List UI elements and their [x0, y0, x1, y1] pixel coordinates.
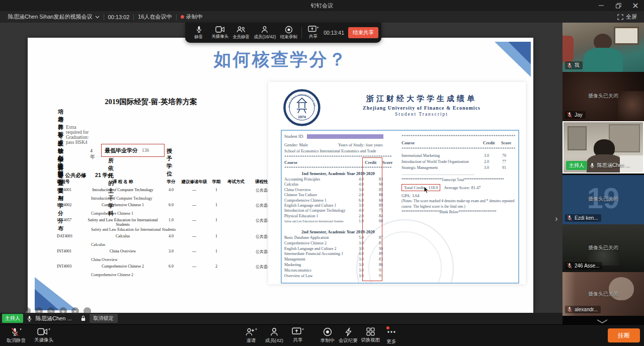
transcript-document: ZHEJIANG UNIVERSITY OF FINANCE & ECONOMI…: [268, 82, 526, 284]
course-row: International Marketing3.070: [401, 153, 515, 159]
col-score: Score: [501, 140, 511, 145]
table-row: INT4003 Comprehensive Chinese 2 6.0 — 2 …: [57, 264, 282, 277]
mute-button[interactable]: 静音: [188, 25, 209, 40]
wall-frame: [614, 27, 639, 45]
participant-name: Jay: [575, 112, 583, 118]
participant-body: [584, 48, 623, 72]
participant-tile[interactable]: 19 摄像头已关闭 Ezdi ken...: [562, 175, 644, 224]
university-seal-logo: ZHEJIANG UNIVERSITY OF FINANCE & ECONOMI…: [283, 89, 320, 126]
years-of-study: Years of Study: four years: [338, 142, 383, 147]
fullscreen-button[interactable]: 全屏: [617, 13, 637, 21]
transcript-body: Student ID: Gender: Male Years of Study:…: [281, 130, 519, 284]
mic-muted-icon: [567, 112, 573, 118]
table-row: INT4002 Comprehensive Chinese 1 6.0 — 1 …: [57, 203, 282, 216]
camera-icon: [37, 327, 48, 336]
mute-all-button[interactable]: 全员静音: [230, 26, 252, 40]
mic-muted-icon: [11, 327, 19, 336]
people-icon: [236, 26, 246, 34]
chevron-down-icon: ▾: [48, 327, 50, 331]
fullscreen-icon: [617, 14, 623, 20]
flash-notes-icon: [344, 327, 352, 336]
separator-dashes: ----------------------------------------…: [401, 172, 515, 177]
col-credit: Credit: [483, 140, 495, 145]
hangup-button[interactable]: 挂断: [608, 328, 640, 342]
lock-icon: [80, 315, 87, 322]
record-icon: [323, 327, 332, 336]
presenter-name: 陈思涵Chen ...: [36, 315, 72, 322]
divider: [176, 14, 177, 20]
chevron-down-icon: [596, 319, 609, 324]
participant-name: 陈思涵Chen ...: [597, 162, 630, 169]
transcript-en-subtitle: Student Transcript: [325, 112, 519, 117]
participant-tile-host[interactable]: 主持人 陈思涵Chen ...: [562, 121, 644, 174]
maximize-button[interactable]: [610, 0, 627, 11]
members-button[interactable]: 成员(16/42): [252, 26, 278, 40]
chevron-down-icon: ▾: [302, 327, 304, 331]
camera-off-button[interactable]: 关摄像头: [209, 26, 230, 40]
mic-muted-icon: [567, 215, 573, 221]
gender: Gender: Male: [284, 142, 308, 147]
blank-below-line: *********************Blank Below********…: [401, 210, 515, 214]
cancel-lock-button[interactable]: 取消锁定: [90, 314, 118, 323]
participant-tile[interactable]: 摄像头已关闭 Jay: [562, 72, 644, 121]
stop-share-button[interactable]: 结束共享: [348, 27, 378, 38]
participant-tile[interactable]: 摄像头已关闭 alexandr...: [562, 272, 644, 316]
sidebar-collapse-arrow[interactable]: ›: [555, 214, 558, 224]
total-credits-highlight: Total Credits: 118.0: [401, 184, 440, 191]
svg-text:1974: 1974: [298, 115, 306, 119]
participant-count: 16人在会议中: [138, 13, 172, 21]
stop-record-button[interactable]: 结束录制: [278, 26, 299, 40]
transcript-cn-title: 浙江财经大学学生成绩单: [325, 94, 519, 104]
member-icon: [270, 327, 279, 336]
host-badge: 主持人: [2, 314, 23, 323]
average-score: Average Score: 81.47: [444, 185, 480, 190]
min-credit-highlight-box: 最低毕业学分 136: [101, 144, 165, 157]
decor: [562, 36, 574, 62]
window-title: 钉钉会议: [0, 2, 644, 10]
col-course: Course: [284, 160, 297, 165]
minimize-button[interactable]: [593, 0, 610, 11]
share-screen-icon: [292, 327, 301, 336]
chevron-down-icon: ▾: [317, 26, 319, 30]
plan-schedule-value: 4 年: [90, 148, 95, 160]
share-button[interactable]: ▾ 共享: [282, 327, 314, 343]
table-row: INT4001 China Overview 3.0 — 1 公共选修 Chin…: [57, 249, 282, 262]
transcript-en-title: Zhejiang University of Finance & Economi…: [325, 105, 519, 111]
bottom-toolbar: ▾ 取消静音 ▾ 关摄像头 ▾ 邀请 成员(42) ▾: [0, 324, 644, 346]
min-credit-label: 最低毕业学分: [105, 147, 138, 154]
table-row: INF4001 Introduction of Computer Technol…: [57, 188, 282, 201]
camera-off-label: 摄像头已关闭: [562, 93, 644, 100]
presenter-status-overlay: 主持人 陈思涵Chen ... 取消锁定: [2, 314, 118, 323]
meeting-title-dropdown[interactable]: 陈思涵Chen Sihan发起的视频会议: [8, 13, 100, 21]
notes-line: (Notes: The score marked # denotes make-…: [401, 199, 517, 203]
presentation-slide: 如何核查学分？ 2019国际经贸-留-英培养方案 培养目标 培养要求 Extra…: [28, 38, 533, 313]
table-row: INT4057 Safety and Law Education for Int…: [57, 218, 282, 232]
room-door: [568, 126, 587, 150]
school: School of Economics International Econom…: [284, 149, 376, 153]
separator-stars: ****************************************…: [401, 134, 515, 139]
camera-icon: [215, 26, 225, 33]
share-button[interactable]: ▾ 共享: [304, 26, 323, 40]
more-button[interactable]: 更多: [375, 327, 408, 345]
recording-status: 录制中: [181, 13, 203, 21]
share-screen-icon: [308, 26, 316, 33]
student-id-redaction: [307, 134, 383, 139]
participant-tile-me[interactable]: 我: [562, 23, 644, 72]
col-score: Score: [382, 160, 392, 165]
camera-off-label: 摄像头已关闭: [562, 244, 644, 251]
camera-off-label: 摄像头已关闭: [562, 196, 644, 203]
mic-muted-icon: [567, 263, 573, 269]
participants-sidebar: 我 摄像头已关闭 Jay 主持人 陈思涵Chen ... 19: [562, 23, 644, 324]
divider: [133, 14, 134, 20]
plan-degree-label: 授予学位: [167, 147, 172, 178]
camera-off-button[interactable]: ▾ 关摄像头: [28, 327, 60, 343]
plan-extra: Extra required for Graduation: pass HSK4: [66, 125, 89, 145]
participant-tile[interactable]: 摄像头已关闭 246 Asse...: [562, 224, 644, 272]
meeting-info-bar: 陈思涵Chen Sihan发起的视频会议 00:13:02 16人在会议中 录制…: [0, 11, 644, 23]
notification-dot: [386, 326, 389, 329]
host-badge: 主持人: [566, 161, 587, 170]
table-row: DAT4001 Calculus 4.0 — 1 公共选修 Calculus: [57, 234, 282, 247]
share-control-toolbar: 静音 关摄像头 全员静音 成员(16/42) 结束录制 ▾ 共享 00:13:4…: [185, 23, 381, 43]
close-button[interactable]: ✕: [627, 0, 644, 11]
chevron-down-icon: ▾: [255, 327, 257, 331]
